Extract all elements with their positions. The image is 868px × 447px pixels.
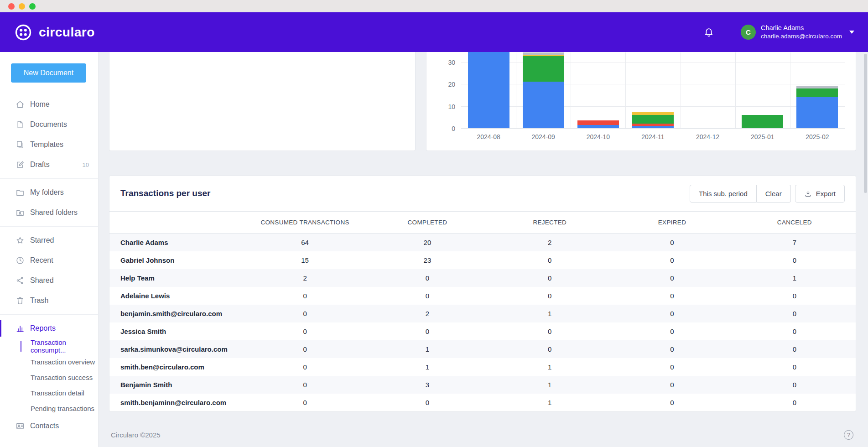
cell-rejected: 0 bbox=[489, 251, 611, 269]
cell-expired: 0 bbox=[611, 305, 733, 322]
cell-canceled: 0 bbox=[733, 340, 856, 358]
cell-completed: 0 bbox=[366, 394, 489, 411]
sidebar-item-recent[interactable]: Recent bbox=[0, 250, 98, 270]
user-info: Charlie Adams charlie.adams@circularo.co… bbox=[761, 24, 842, 41]
notifications-bell-icon[interactable] bbox=[703, 27, 714, 38]
gridline bbox=[516, 52, 516, 128]
app-header: circularo C Charlie Adams charlie.adams@… bbox=[0, 12, 868, 52]
cell-consumed-transactions: 0 bbox=[244, 322, 366, 340]
cell-rejected: 0 bbox=[489, 322, 611, 340]
document-icon bbox=[16, 120, 25, 129]
sidebar-subitem-transaction-success[interactable]: Transaction success bbox=[0, 369, 98, 385]
cell-consumed-transactions: 64 bbox=[244, 234, 366, 251]
table-row: Gabriel Johnson1523000 bbox=[109, 251, 856, 269]
help-icon[interactable]: ? bbox=[844, 430, 853, 440]
new-document-button[interactable]: New Document bbox=[11, 63, 86, 83]
cell-completed: 3 bbox=[366, 376, 489, 394]
clear-button[interactable]: Clear bbox=[757, 185, 791, 203]
user-name-cell: Help Team bbox=[109, 269, 244, 287]
bar-segment-green bbox=[523, 56, 564, 82]
app-logo[interactable]: circularo bbox=[14, 23, 95, 42]
cell-consumed-transactions: 2 bbox=[244, 269, 366, 287]
bar-segment-blue bbox=[468, 52, 509, 128]
column-header-canceled: CANCELED bbox=[733, 212, 856, 234]
clock-icon bbox=[16, 256, 25, 265]
user-name-cell: Charlie Adams bbox=[109, 234, 244, 251]
gridline bbox=[735, 52, 736, 128]
user-name-cell: benjamin.smith@circularo.com bbox=[109, 305, 244, 322]
cell-expired: 0 bbox=[611, 251, 733, 269]
reports-submenu: Transaction consumpt...Transaction overv… bbox=[0, 338, 98, 416]
sidebar-item-home[interactable]: Home bbox=[0, 94, 98, 114]
cell-expired: 0 bbox=[611, 394, 733, 411]
table-row: Charlie Adams6420207 bbox=[109, 234, 856, 251]
sidebar-item-label: Documents bbox=[30, 120, 67, 129]
table-row: sarka.simunkova@circularo.com01000 bbox=[109, 340, 856, 358]
cell-completed: 1 bbox=[366, 358, 489, 376]
sidebar-subitem-transaction-overview[interactable]: Transaction overview bbox=[0, 354, 98, 369]
table-actions: This sub. period Clear Export bbox=[690, 185, 845, 203]
brand-name: circularo bbox=[39, 25, 95, 40]
main-content: 0102030 2024-082024-092024-102024-112024… bbox=[99, 52, 868, 447]
sidebar-subitem-transaction-consumpt[interactable]: Transaction consumpt... bbox=[0, 338, 98, 354]
home-icon bbox=[16, 100, 25, 109]
cell-expired: 0 bbox=[611, 322, 733, 340]
sidebar-subitem-pending-transactions[interactable]: Pending transactions bbox=[0, 400, 98, 416]
window-titlebar bbox=[0, 0, 868, 12]
cell-canceled: 7 bbox=[733, 234, 856, 251]
sub-period-button[interactable]: This sub. period bbox=[690, 185, 757, 203]
sidebar-subitem-transaction-detail[interactable]: Transaction detail bbox=[0, 385, 98, 400]
chart-icon bbox=[16, 324, 25, 333]
sidebar-item-documents[interactable]: Documents bbox=[0, 114, 98, 135]
sidebar-item-label: My folders bbox=[30, 188, 64, 197]
sidebar-item-starred[interactable]: Starred bbox=[0, 230, 98, 250]
window-minimize-button[interactable] bbox=[19, 3, 25, 10]
sidebar-item-reports[interactable]: Reports bbox=[0, 318, 98, 338]
y-axis-tick-label: 10 bbox=[448, 103, 455, 110]
cell-rejected: 1 bbox=[489, 305, 611, 322]
sidebar-item-label: Reports bbox=[30, 324, 56, 333]
gridline bbox=[461, 106, 845, 107]
top-cards-row: 0102030 2024-082024-092024-102024-112024… bbox=[109, 52, 856, 151]
sidebar-item-shared[interactable]: Shared bbox=[0, 270, 98, 291]
user-email: charlie.adams@circularo.com bbox=[761, 32, 842, 41]
sidebar-divider bbox=[0, 314, 98, 315]
sidebar-item-label: Home bbox=[30, 100, 50, 109]
export-button-label: Export bbox=[816, 190, 836, 198]
sidebar-item-trash[interactable]: Trash bbox=[0, 291, 98, 311]
page-footer: Circularo ©2025 ? bbox=[109, 424, 856, 440]
sidebar-item-drafts[interactable]: Drafts10 bbox=[0, 155, 98, 175]
cell-expired: 0 bbox=[611, 340, 733, 358]
transactions-chart: 0102030 2024-082024-092024-102024-112024… bbox=[437, 52, 845, 145]
template-icon bbox=[16, 140, 25, 149]
cell-rejected: 1 bbox=[489, 376, 611, 394]
cell-canceled: 0 bbox=[733, 358, 856, 376]
stacked-bar-2024-11 bbox=[632, 112, 674, 128]
export-button[interactable]: Export bbox=[795, 185, 845, 203]
sidebar-item-my-folders[interactable]: My folders bbox=[0, 182, 98, 203]
user-name-cell: sarka.simunkova@circularo.com bbox=[109, 340, 244, 358]
bar-segment-green bbox=[742, 115, 783, 128]
window-close-button[interactable] bbox=[8, 3, 15, 10]
cell-canceled: 0 bbox=[733, 251, 856, 269]
cell-consumed-transactions: 0 bbox=[244, 358, 366, 376]
sidebar-item-shared-folders[interactable]: Shared folders bbox=[0, 203, 98, 223]
share-icon bbox=[16, 276, 25, 285]
cell-completed: 20 bbox=[366, 234, 489, 251]
cell-completed: 1 bbox=[366, 340, 489, 358]
x-axis-tick-label: 2024-09 bbox=[516, 133, 571, 140]
sidebar-item-contacts[interactable]: Contacts bbox=[0, 416, 98, 436]
avatar: C bbox=[741, 25, 756, 40]
sidebar-item-templates[interactable]: Templates bbox=[0, 135, 98, 155]
sidebar-item-label: Starred bbox=[30, 236, 54, 244]
cell-rejected: 0 bbox=[489, 287, 611, 305]
sidebar-nav: HomeDocumentsTemplatesDrafts10My folders… bbox=[0, 94, 98, 436]
scrollbar-thumb[interactable] bbox=[864, 54, 867, 193]
sidebar-item-label: Contacts bbox=[30, 422, 59, 430]
sidebar-item-label: Shared bbox=[30, 276, 54, 285]
sidebar-item-label: Trash bbox=[30, 296, 48, 305]
contacts-icon bbox=[16, 421, 25, 431]
user-menu[interactable]: C Charlie Adams charlie.adams@circularo.… bbox=[741, 24, 854, 41]
window-zoom-button[interactable] bbox=[29, 3, 36, 10]
user-name-cell: smith.benjaminn@circularo.com bbox=[109, 394, 244, 411]
